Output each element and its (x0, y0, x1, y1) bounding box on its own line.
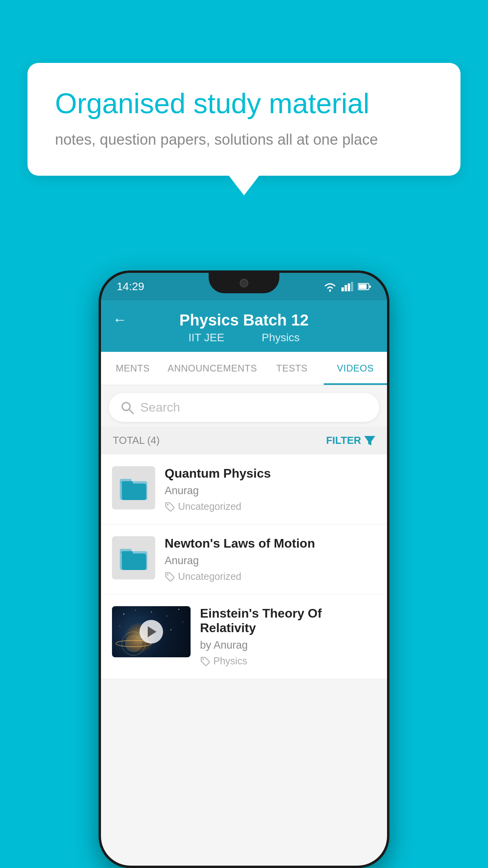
search-icon (121, 401, 134, 414)
tab-ments[interactable]: MENTS (101, 352, 164, 385)
status-time: 14:29 (117, 280, 144, 293)
folder-icon (118, 544, 149, 572)
tab-announcements[interactable]: ANNOUNCEMENTS (164, 352, 260, 385)
tabs-bar: MENTS ANNOUNCEMENTS TESTS VIDEOS (101, 352, 387, 385)
speech-bubble-card: Organised study material notes, question… (28, 63, 460, 176)
item-tag: Physics (200, 655, 376, 667)
phone-notch (209, 273, 279, 293)
svg-point-0 (329, 290, 331, 292)
header-subtitle: IIT JEE Physics (182, 331, 306, 344)
svg-marker-10 (364, 436, 375, 445)
svg-rect-14 (122, 481, 133, 486)
item-thumbnail (112, 536, 155, 579)
svg-rect-4 (351, 282, 353, 291)
tab-videos[interactable]: VIDEOS (324, 352, 387, 385)
phone-inner: 14:29 (101, 273, 387, 866)
tab-tests[interactable]: TESTS (260, 352, 323, 385)
status-icons (323, 281, 371, 292)
item-info: Quantum Physics Anurag Uncategorized (165, 466, 376, 512)
svg-point-23 (151, 612, 152, 613)
item-thumbnail (112, 466, 155, 509)
camera-dot (240, 279, 248, 287)
item-tag: Uncategorized (165, 501, 376, 512)
svg-point-20 (167, 574, 169, 576)
item-tag-text: Uncategorized (178, 501, 241, 512)
item-video-thumbnail (112, 606, 191, 657)
filter-button[interactable]: FILTER (326, 434, 375, 447)
svg-point-21 (123, 614, 125, 615)
svg-rect-18 (122, 554, 146, 570)
svg-point-15 (167, 504, 169, 506)
app-content: ← Physics Batch 12 IIT JEE Physics MENTS… (101, 300, 387, 866)
svg-rect-1 (341, 287, 344, 291)
item-info: Einstein's Theory Of Relativity by Anura… (200, 606, 376, 667)
back-button[interactable]: ← (113, 311, 127, 328)
battery-icon (358, 283, 371, 291)
play-button[interactable] (139, 620, 163, 644)
item-tag-text: Physics (213, 655, 247, 667)
svg-point-30 (125, 635, 142, 652)
svg-point-26 (182, 622, 183, 622)
app-header: ← Physics Batch 12 IIT JEE Physics (101, 300, 387, 352)
item-author: Anurag (165, 555, 376, 567)
svg-rect-6 (359, 284, 367, 289)
svg-point-28 (171, 629, 172, 631)
header-tag-physics: Physics (262, 331, 299, 344)
item-tag-text: Uncategorized (178, 571, 241, 582)
header-tag-separator (240, 331, 246, 344)
search-bar[interactable]: Search (109, 393, 379, 422)
video-list: Quantum Physics Anurag Uncategorized (101, 454, 387, 679)
svg-rect-7 (369, 285, 371, 288)
speech-bubble-subtitle: notes, question papers, solutions all at… (55, 131, 433, 148)
list-item[interactable]: Quantum Physics Anurag Uncategorized (101, 454, 387, 524)
svg-rect-19 (122, 551, 133, 556)
signal-icon (341, 282, 353, 291)
filter-icon (364, 436, 375, 445)
phone-frame: 14:29 (99, 270, 389, 868)
list-item[interactable]: Einstein's Theory Of Relativity by Anura… (101, 594, 387, 679)
tag-icon (200, 656, 210, 666)
tag-icon (165, 572, 175, 582)
svg-point-24 (167, 616, 167, 616)
speech-bubble-title: Organised study material (55, 86, 433, 120)
svg-rect-2 (345, 285, 347, 291)
svg-rect-3 (348, 283, 350, 291)
filter-bar: TOTAL (4) FILTER (101, 427, 387, 454)
item-title: Newton's Laws of Motion (165, 536, 376, 551)
item-author: Anurag (165, 485, 376, 497)
play-triangle (148, 626, 156, 637)
tag-icon (165, 502, 175, 512)
svg-point-22 (135, 610, 136, 611)
item-tag: Uncategorized (165, 571, 376, 582)
item-author: by Anurag (200, 639, 376, 651)
list-item[interactable]: Newton's Laws of Motion Anurag Uncategor… (101, 524, 387, 594)
svg-point-27 (119, 625, 120, 626)
folder-icon (118, 474, 149, 502)
header-tag-iitjee: IIT JEE (189, 331, 224, 344)
item-title: Einstein's Theory Of Relativity (200, 606, 376, 635)
search-input-placeholder: Search (140, 400, 180, 415)
item-info: Newton's Laws of Motion Anurag Uncategor… (165, 536, 376, 582)
svg-rect-13 (122, 484, 146, 500)
svg-point-25 (178, 609, 180, 610)
svg-line-9 (129, 410, 133, 414)
svg-point-32 (202, 658, 204, 660)
wifi-icon (323, 281, 337, 292)
header-title: Physics Batch 12 (179, 311, 308, 329)
total-count: TOTAL (4) (113, 434, 160, 447)
item-title: Quantum Physics (165, 466, 376, 481)
